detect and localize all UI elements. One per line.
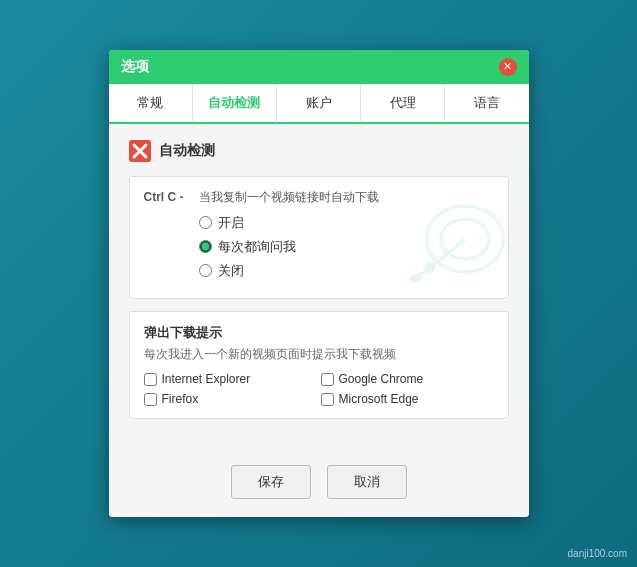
popup-title: 弹出下载提示 bbox=[144, 324, 494, 342]
watermark: danji100.com bbox=[568, 548, 627, 559]
ctrl-card: Ctrl C - 当我复制一个视频链接时自动下载 开启 每次都询问我 关闭 bbox=[129, 176, 509, 299]
checkbox-firefox-input[interactable] bbox=[144, 393, 157, 406]
title-bar: 选项 ✕ bbox=[109, 50, 529, 84]
tab-language[interactable]: 语言 bbox=[445, 84, 528, 122]
options-dialog: 选项 ✕ 常规 自动检测 账户 代理 语言 自动检测 bbox=[109, 50, 529, 518]
radio-ask-label: 每次都询问我 bbox=[218, 238, 296, 256]
radio-on-label: 开启 bbox=[218, 214, 244, 232]
section-title: 自动检测 bbox=[159, 142, 215, 160]
popup-card: 弹出下载提示 每次我进入一个新的视频页面时提示我下载视频 Internet Ex… bbox=[129, 311, 509, 420]
tab-auto-detect[interactable]: 自动检测 bbox=[193, 84, 277, 124]
checkbox-ie[interactable]: Internet Explorer bbox=[144, 372, 317, 386]
checkbox-firefox-label: Firefox bbox=[162, 392, 199, 406]
radio-group: 开启 每次都询问我 关闭 bbox=[144, 214, 494, 280]
radio-ask[interactable]: 每次都询问我 bbox=[199, 238, 494, 256]
popup-description: 每次我进入一个新的视频页面时提示我下载视频 bbox=[144, 346, 494, 363]
checkbox-edge-label: Microsoft Edge bbox=[339, 392, 419, 406]
tab-account[interactable]: 账户 bbox=[277, 84, 361, 122]
save-button[interactable]: 保存 bbox=[231, 465, 311, 499]
checkbox-ie-input[interactable] bbox=[144, 373, 157, 386]
content-area: 自动检测 Ctrl C - 当我复制一个视频链接时自动下载 开启 每次都询问我 bbox=[109, 124, 529, 452]
checkbox-chrome[interactable]: Google Chrome bbox=[321, 372, 494, 386]
x-icon bbox=[129, 140, 151, 162]
cancel-button[interactable]: 取消 bbox=[327, 465, 407, 499]
checkbox-firefox[interactable]: Firefox bbox=[144, 392, 317, 406]
tab-general[interactable]: 常规 bbox=[109, 84, 193, 122]
tab-bar: 常规 自动检测 账户 代理 语言 bbox=[109, 84, 529, 124]
section-header: 自动检测 bbox=[129, 140, 509, 162]
checkbox-edge-input[interactable] bbox=[321, 393, 334, 406]
dialog-title: 选项 bbox=[121, 58, 149, 76]
tab-proxy[interactable]: 代理 bbox=[361, 84, 445, 122]
close-button[interactable]: ✕ bbox=[499, 58, 517, 76]
radio-on-input[interactable] bbox=[199, 216, 212, 229]
footer: 保存 取消 bbox=[109, 451, 529, 517]
checkbox-chrome-label: Google Chrome bbox=[339, 372, 424, 386]
radio-off[interactable]: 关闭 bbox=[199, 262, 494, 280]
radio-ask-input[interactable] bbox=[199, 240, 212, 253]
ctrl-label: Ctrl C - bbox=[144, 189, 199, 204]
checkbox-chrome-input[interactable] bbox=[321, 373, 334, 386]
ctrl-description: 当我复制一个视频链接时自动下载 bbox=[199, 189, 494, 206]
radio-off-input[interactable] bbox=[199, 264, 212, 277]
radio-off-label: 关闭 bbox=[218, 262, 244, 280]
checkbox-ie-label: Internet Explorer bbox=[162, 372, 251, 386]
browser-checkboxes: Internet Explorer Google Chrome Firefox … bbox=[144, 372, 494, 406]
checkbox-edge[interactable]: Microsoft Edge bbox=[321, 392, 494, 406]
radio-on[interactable]: 开启 bbox=[199, 214, 494, 232]
ctrl-row: Ctrl C - 当我复制一个视频链接时自动下载 bbox=[144, 189, 494, 206]
